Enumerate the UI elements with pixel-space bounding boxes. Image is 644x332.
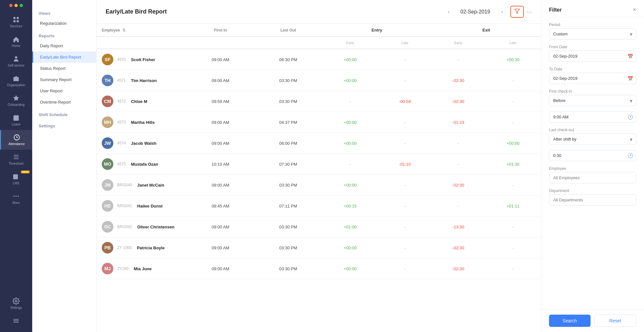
entry-early-10: +00:00 <box>322 258 378 279</box>
sidebar-label-home: Home <box>12 44 21 48</box>
sub-sidebar-summary-report[interactable]: Summary Report <box>32 74 96 85</box>
filter-checkin-time-input[interactable] <box>549 111 636 123</box>
sub-sidebar-overtime-report[interactable]: Overtime Report <box>32 97 96 108</box>
exit-late-10: - <box>485 258 541 279</box>
main-content: Early/Late Bird Report ‹ 02-Sep-2019 › ·… <box>97 0 541 332</box>
table-row: CM 4572 Chloe M 09:59 AM 03:30 PM - -00:… <box>97 91 541 112</box>
sidebar-item-services[interactable]: Services <box>0 12 32 32</box>
entry-late-0: - <box>378 49 431 70</box>
page-title: Early/Late Bird Report <box>106 8 440 15</box>
sub-sidebar-daily-report[interactable]: Daily Report <box>32 40 96 51</box>
sidebar-item-timesheet[interactable]: Timesheet <box>0 150 32 169</box>
filter-from-date-input[interactable] <box>549 51 636 62</box>
exit-early-9: -02:30 <box>431 237 485 258</box>
table-row: JM BRG040 Janet McCain 09:00 AM 03:30 PM… <box>97 175 541 196</box>
avatar-7: HD <box>102 200 113 212</box>
sidebar-label-lms: LMS <box>13 181 20 185</box>
first-in-6: 09:00 AM <box>187 175 254 196</box>
sidebar-item-leave[interactable]: Leave <box>0 110 32 130</box>
th-last-out: Last Out <box>254 24 322 37</box>
section-shift-schedule: Shift Schedule <box>32 110 96 119</box>
sidebar-item-menu[interactable] <box>0 313 32 328</box>
calendar-from-icon: 📅 <box>628 54 633 59</box>
filter-period-select[interactable]: Custom Today This Week This Month <box>549 28 636 40</box>
sub-sidebar-regularization[interactable]: Regularization <box>32 18 96 29</box>
filter-to-date-input[interactable] <box>549 73 636 84</box>
last-out-8: 03:30 PM <box>254 217 322 237</box>
sub-sidebar-user-report[interactable]: User Report <box>32 85 96 97</box>
dot-red <box>9 4 13 7</box>
exit-early-5: - <box>431 154 485 175</box>
prev-date-button[interactable]: ‹ <box>445 8 452 16</box>
emp-id-0: 4570 <box>117 57 126 62</box>
more-options-button[interactable]: ··· <box>526 8 532 15</box>
employee-cell-5: MO 4575 Mustafa Ozan <box>97 154 187 175</box>
emp-name-7: Hailee Dunst <box>137 204 163 208</box>
svg-rect-2 <box>14 20 15 22</box>
filter-checkin-time-group: 🕐 <box>549 111 636 123</box>
avatar-0: SF <box>102 54 113 65</box>
search-button[interactable]: Search <box>549 315 591 327</box>
clock-icon <box>13 134 20 141</box>
sidebar-item-onboarding[interactable]: Onboarding <box>0 91 32 110</box>
svg-point-18 <box>18 196 19 197</box>
sidebar-item-organization[interactable]: Organization <box>0 71 32 91</box>
sidebar-item-settings[interactable]: Settings <box>0 294 32 313</box>
filter-close-button[interactable]: × <box>633 6 636 13</box>
filter-checkout-time-input[interactable] <box>549 150 636 161</box>
sidebar-item-attendance[interactable]: Attendance <box>0 130 32 150</box>
emp-name-3: Martha Hills <box>131 120 155 125</box>
reset-button[interactable]: Reset <box>594 315 637 327</box>
list-icon <box>13 153 20 161</box>
filter-department-label: Department <box>549 189 636 193</box>
sidebar-item-home[interactable]: Home <box>0 32 32 51</box>
first-in-4: 09:00 AM <box>187 133 254 154</box>
section-settings-sub[interactable]: Settings <box>32 122 96 130</box>
last-out-2: 03:30 PM <box>254 91 322 112</box>
employee-cell-4: JW 4574 Jacob Walsh <box>97 133 187 154</box>
emp-name-2: Chloe M <box>131 99 147 104</box>
calendar-icon <box>13 114 20 121</box>
sidebar-item-more[interactable]: More <box>0 189 32 208</box>
sort-icon[interactable]: ⇅ <box>122 28 126 32</box>
employee-cell-0: SF 4570 Scott Fisher <box>97 49 187 70</box>
exit-late-5: +01:30 <box>485 154 541 175</box>
filter-department-input[interactable] <box>549 194 636 206</box>
svg-rect-6 <box>15 78 16 79</box>
entry-early-5: - <box>322 154 378 175</box>
sidebar-item-self-service[interactable]: Self-service <box>0 51 32 71</box>
entry-early-3: +00:00 <box>322 112 378 133</box>
topbar: Early/Late Bird Report ‹ 02-Sep-2019 › ·… <box>97 0 541 24</box>
exit-early-8: -13:30 <box>431 217 485 237</box>
exit-late-6: - <box>485 175 541 196</box>
sub-sidebar-early-late[interactable]: Early/Late Bird Report <box>32 51 96 63</box>
entry-late-8: - <box>378 217 431 237</box>
filter-button[interactable] <box>510 6 524 18</box>
filter-title: Filter <box>549 7 562 13</box>
first-in-7: 08:45 AM <box>187 196 254 217</box>
filter-checkout-time-group: 🕐 <box>549 150 636 161</box>
first-in-1: 09:00 AM <box>187 70 254 91</box>
sub-sidebar-status-report[interactable]: Status Report <box>32 63 96 74</box>
dot-yellow <box>14 4 18 7</box>
filter-checkin-select[interactable]: Before After <box>549 95 636 106</box>
th-employee: Employee ⇅ <box>97 24 187 37</box>
exit-late-9: - <box>485 237 541 258</box>
last-out-7: 07:11 PM <box>254 196 322 217</box>
svg-rect-7 <box>16 78 17 79</box>
next-date-button[interactable]: › <box>498 8 505 16</box>
emp-id-2: 4572 <box>117 99 126 104</box>
avatar-9: PB <box>102 242 113 254</box>
employee-cell-10: MJ ZY160 Mia June <box>97 258 187 279</box>
filter-checkout-select[interactable]: After shift by Before shift by <box>549 134 636 145</box>
sidebar-item-lms[interactable]: LMS BETA <box>0 169 32 189</box>
exit-late-2: - <box>485 91 541 112</box>
sidebar-label-more: More <box>13 201 20 205</box>
filter-employee-input[interactable] <box>549 172 636 183</box>
table-row: HD BRG041 Hailee Dunst 08:45 AM 07:11 PM… <box>97 196 541 217</box>
filter-header: Filter × <box>541 0 644 17</box>
filter-employee-label: Employee <box>549 166 636 171</box>
more-dots-icon <box>13 193 20 200</box>
gear-icon <box>13 298 20 305</box>
filter-to-label: To Date <box>549 67 636 71</box>
